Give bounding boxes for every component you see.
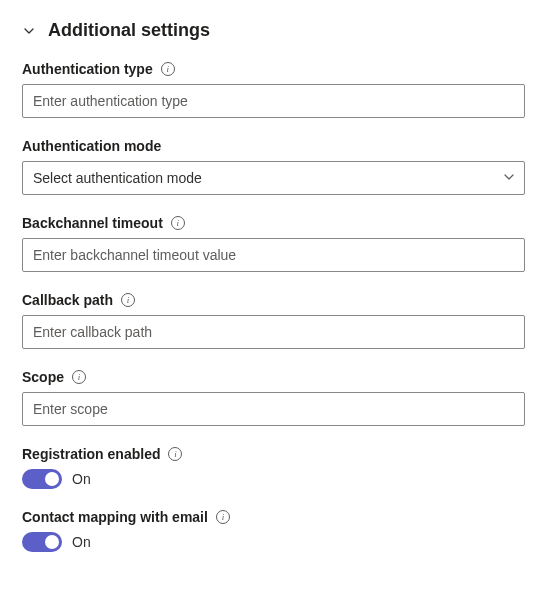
authentication-type-input[interactable] (22, 84, 525, 118)
select-wrap: Select authentication mode (22, 161, 525, 195)
info-icon[interactable]: i (216, 510, 230, 524)
authentication-mode-select[interactable]: Select authentication mode (22, 161, 525, 195)
info-icon[interactable]: i (171, 216, 185, 230)
toggle-knob (45, 535, 59, 549)
scope-input[interactable] (22, 392, 525, 426)
field-registration-enabled: Registration enabled i On (22, 446, 525, 489)
field-label-row: Registration enabled i (22, 446, 525, 462)
field-backchannel-timeout: Backchannel timeout i (22, 215, 525, 272)
field-label-row: Authentication type i (22, 61, 525, 77)
contact-mapping-toggle[interactable] (22, 532, 62, 552)
registration-enabled-toggle[interactable] (22, 469, 62, 489)
field-label-row: Scope i (22, 369, 525, 385)
info-icon[interactable]: i (168, 447, 182, 461)
info-icon[interactable]: i (72, 370, 86, 384)
chevron-down-icon[interactable] (22, 24, 36, 38)
callback-path-label: Callback path (22, 292, 113, 308)
registration-enabled-state: On (72, 471, 91, 487)
section-title: Additional settings (48, 20, 210, 41)
authentication-type-label: Authentication type (22, 61, 153, 77)
contact-mapping-state: On (72, 534, 91, 550)
toggle-row: On (22, 469, 525, 489)
field-scope: Scope i (22, 369, 525, 426)
section-header: Additional settings (22, 20, 525, 41)
toggle-knob (45, 472, 59, 486)
field-label-row: Backchannel timeout i (22, 215, 525, 231)
field-label-row: Contact mapping with email i (22, 509, 525, 525)
info-icon[interactable]: i (161, 62, 175, 76)
field-label-row: Callback path i (22, 292, 525, 308)
backchannel-timeout-input[interactable] (22, 238, 525, 272)
authentication-mode-label: Authentication mode (22, 138, 161, 154)
backchannel-timeout-label: Backchannel timeout (22, 215, 163, 231)
toggle-row: On (22, 532, 525, 552)
field-contact-mapping: Contact mapping with email i On (22, 509, 525, 552)
field-authentication-mode: Authentication mode Select authenticatio… (22, 138, 525, 195)
contact-mapping-label: Contact mapping with email (22, 509, 208, 525)
scope-label: Scope (22, 369, 64, 385)
info-icon[interactable]: i (121, 293, 135, 307)
field-authentication-type: Authentication type i (22, 61, 525, 118)
registration-enabled-label: Registration enabled (22, 446, 160, 462)
field-callback-path: Callback path i (22, 292, 525, 349)
field-label-row: Authentication mode (22, 138, 525, 154)
callback-path-input[interactable] (22, 315, 525, 349)
